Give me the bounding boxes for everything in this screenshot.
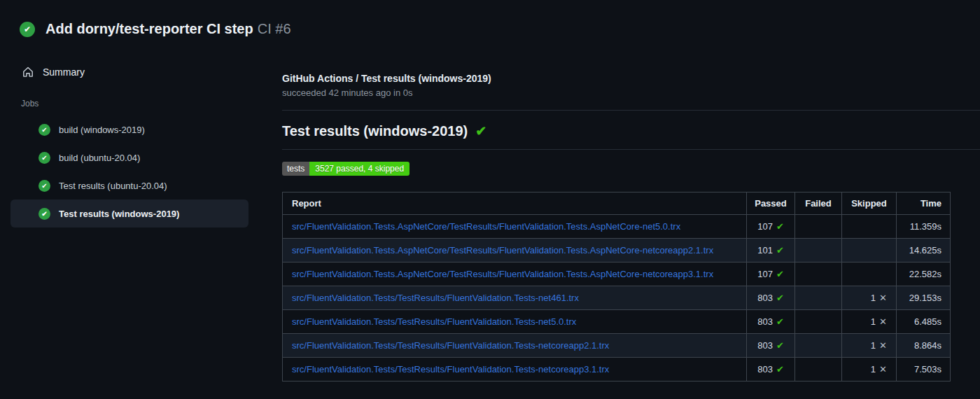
divider — [282, 110, 980, 111]
time-cell: 7.503s — [897, 358, 951, 382]
report-link[interactable]: src/FluentValidation.Tests/TestResults/F… — [292, 364, 609, 374]
table-header-row: Report Passed Failed Skipped Time — [283, 192, 951, 215]
tests-badge: tests 3527 passed, 4 skipped — [282, 162, 410, 176]
section-heading-text: Test results (windows-2019) — [282, 121, 468, 141]
skipped-cell: 1✕ — [842, 358, 897, 382]
cross-icon: ✕ — [879, 316, 887, 327]
badge-value: 3527 passed, 4 skipped — [309, 162, 410, 176]
report-link[interactable]: src/FluentValidation.Tests/TestResults/F… — [292, 340, 609, 351]
success-check-circle-icon: ✔ — [20, 22, 35, 37]
time-cell: 8.864s — [897, 334, 951, 358]
skipped-cell: 1✕ — [842, 310, 897, 334]
time-cell: 11.359s — [897, 215, 951, 239]
job-label: Test results (ubuntu-20.04) — [59, 181, 167, 191]
check-run-title: GitHub Actions / Test results (windows-2… — [282, 72, 980, 85]
success-check-circle-icon: ✔ — [38, 124, 50, 136]
check-icon: ✔ — [776, 293, 784, 303]
report-link[interactable]: src/FluentValidation.Tests/TestResults/F… — [292, 316, 576, 327]
failed-cell — [795, 334, 842, 358]
main-panel: GitHub Actions / Test results (windows-2… — [282, 37, 980, 382]
passed-cell: 803✔ — [747, 310, 795, 334]
report-link[interactable]: src/FluentValidation.Tests.AspNetCore/Te… — [292, 245, 713, 255]
time-cell: 6.485s — [897, 310, 951, 334]
failed-cell — [795, 286, 842, 310]
sidebar-item-test-results-ubuntu-2004[interactable]: ✔ Test results (ubuntu-20.04) — [10, 172, 248, 200]
table-row: src/FluentValidation.Tests/TestResults/F… — [283, 310, 951, 334]
job-label: Test results (windows-2019) — [59, 209, 179, 219]
job-label: build (ubuntu-20.04) — [59, 153, 140, 163]
test-results-table: Report Passed Failed Skipped Time src/Fl… — [282, 192, 951, 382]
passed-cell: 803✔ — [747, 358, 795, 382]
table-row: src/FluentValidation.Tests/TestResults/F… — [283, 358, 951, 382]
report-cell: src/FluentValidation.Tests/TestResults/F… — [283, 358, 747, 382]
check-icon: ✔ — [776, 245, 784, 255]
table-row: src/FluentValidation.Tests.AspNetCore/Te… — [283, 262, 951, 286]
table-row: src/FluentValidation.Tests.AspNetCore/Te… — [283, 215, 951, 239]
time-cell: 22.582s — [897, 262, 951, 286]
sidebar-item-build-ubuntu-2004[interactable]: ✔ build (ubuntu-20.04) — [10, 144, 248, 172]
cross-icon: ✕ — [879, 293, 887, 303]
report-cell: src/FluentValidation.Tests.AspNetCore/Te… — [283, 215, 747, 239]
passed-cell: 107✔ — [747, 215, 795, 239]
sidebar-item-test-results-windows-2019[interactable]: ✔ Test results (windows-2019) — [10, 200, 248, 227]
report-cell: src/FluentValidation.Tests/TestResults/F… — [283, 334, 747, 358]
report-cell: src/FluentValidation.Tests.AspNetCore/Te… — [283, 262, 747, 286]
table-row: src/FluentValidation.Tests/TestResults/F… — [283, 286, 951, 310]
success-check-circle-icon: ✔ — [38, 180, 50, 192]
report-cell: src/FluentValidation.Tests/TestResults/F… — [283, 286, 747, 310]
check-icon: ✔ — [776, 221, 784, 232]
cross-icon: ✕ — [879, 364, 887, 374]
check-icon: ✔ — [776, 269, 784, 279]
success-check-circle-icon: ✔ — [38, 152, 50, 164]
table-row: src/FluentValidation.Tests/TestResults/F… — [283, 334, 951, 358]
run-header: ✔ Add dorny/test-reporter CI stepCI #6 — [0, 0, 980, 37]
failed-column-header: Failed — [795, 192, 842, 215]
badge-label: tests — [282, 162, 309, 176]
cross-icon: ✕ — [879, 340, 887, 351]
report-column-header: Report — [283, 192, 747, 215]
check-icon: ✔ — [776, 316, 784, 327]
check-icon: ✔ — [475, 121, 486, 141]
content: Summary Jobs ✔ build (windows-2019) ✔ bu… — [0, 37, 980, 382]
sidebar-item-build-windows-2019[interactable]: ✔ build (windows-2019) — [10, 115, 248, 144]
failed-cell — [795, 239, 842, 262]
report-cell: src/FluentValidation.Tests/TestResults/F… — [283, 310, 747, 334]
check-icon: ✔ — [776, 340, 784, 351]
success-check-circle-icon: ✔ — [38, 208, 50, 220]
skipped-cell: 1✕ — [842, 334, 897, 358]
sidebar: Summary Jobs ✔ build (windows-2019) ✔ bu… — [0, 37, 282, 227]
failed-cell — [795, 262, 842, 286]
passed-column-header: Passed — [747, 192, 795, 215]
skipped-cell — [842, 262, 897, 286]
time-cell: 29.153s — [897, 286, 951, 310]
failed-cell — [795, 358, 842, 382]
skipped-cell — [842, 239, 897, 262]
check-run-status: succeeded 42 minutes ago in 0s — [282, 87, 980, 99]
time-column-header: Time — [897, 192, 951, 215]
divider — [282, 149, 980, 150]
home-icon — [22, 66, 34, 78]
skipped-column-header: Skipped — [842, 192, 897, 215]
passed-cell: 803✔ — [747, 286, 795, 310]
job-label: build (windows-2019) — [59, 125, 145, 135]
section-heading: Test results (windows-2019) ✔ — [282, 121, 980, 141]
passed-cell: 803✔ — [747, 334, 795, 358]
failed-cell — [795, 310, 842, 334]
run-number: CI #6 — [258, 21, 291, 36]
report-link[interactable]: src/FluentValidation.Tests.AspNetCore/Te… — [292, 221, 680, 232]
skipped-cell: 1✕ — [842, 286, 897, 310]
report-link[interactable]: src/FluentValidation.Tests.AspNetCore/Te… — [292, 269, 713, 279]
passed-cell: 101✔ — [747, 239, 795, 262]
run-title: Add dorny/test-reporter CI step — [46, 21, 253, 36]
summary-label: Summary — [43, 66, 85, 78]
report-link[interactable]: src/FluentValidation.Tests/TestResults/F… — [292, 293, 579, 303]
sidebar-item-summary[interactable]: Summary — [22, 66, 282, 78]
time-cell: 14.625s — [897, 239, 951, 262]
passed-cell: 107✔ — [747, 262, 795, 286]
table-row: src/FluentValidation.Tests.AspNetCore/Te… — [283, 239, 951, 262]
report-cell: src/FluentValidation.Tests.AspNetCore/Te… — [283, 239, 747, 262]
failed-cell — [795, 215, 842, 239]
check-icon: ✔ — [776, 364, 784, 374]
skipped-cell — [842, 215, 897, 239]
jobs-section-label: Jobs — [21, 99, 282, 108]
